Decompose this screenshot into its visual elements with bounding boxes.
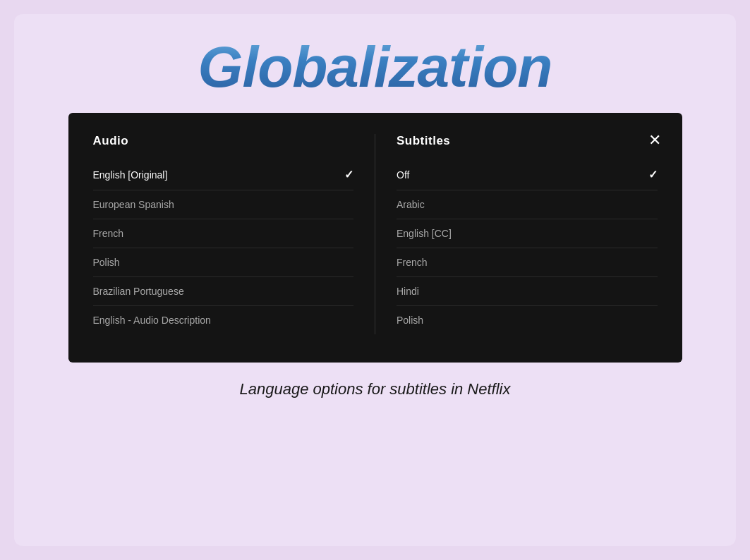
audio-item-brazilian-portuguese[interactable]: Brazilian Portuguese — [93, 277, 354, 306]
subtitle-item-french[interactable]: French — [397, 248, 658, 277]
page-wrapper: Globalization ✕ Audio English [Original]… — [14, 14, 736, 546]
audio-item-french[interactable]: French — [93, 219, 354, 248]
audio-label-french: French — [93, 228, 124, 239]
audio-label-english-original: English [Original] — [93, 169, 168, 181]
audio-item-english-audio-description[interactable]: English - Audio Description — [93, 306, 354, 334]
close-button[interactable]: ✕ — [648, 133, 661, 148]
subtitle-label-off: Off — [397, 169, 409, 181]
panel-columns: Audio English [Original] ✓ European Span… — [93, 134, 658, 334]
subtitle-label-polish: Polish — [397, 315, 423, 326]
netflix-panel: ✕ Audio English [Original] ✓ European Sp… — [68, 113, 682, 363]
subtitles-header: Subtitles — [397, 134, 658, 148]
subtitle-item-off[interactable]: Off ✓ — [397, 159, 658, 190]
audio-label-english-audio-description: English - Audio Description — [93, 315, 211, 326]
audio-item-english-original[interactable]: English [Original] ✓ — [93, 159, 354, 190]
page-title: Globalization — [198, 35, 552, 99]
audio-header: Audio — [93, 134, 354, 148]
subtitle-item-arabic[interactable]: Arabic — [397, 190, 658, 219]
audio-check-english-original: ✓ — [344, 168, 353, 181]
audio-label-polish: Polish — [93, 257, 120, 268]
subtitles-column: Subtitles Off ✓ Arabic English [CC] Fren… — [375, 134, 658, 334]
subtitle-item-hindi[interactable]: Hindi — [397, 277, 658, 306]
subtitle-item-polish[interactable]: Polish — [397, 306, 658, 334]
subtitle-check-off: ✓ — [648, 168, 658, 181]
audio-column: Audio English [Original] ✓ European Span… — [93, 134, 375, 334]
audio-label-brazilian-portuguese: Brazilian Portuguese — [93, 286, 184, 297]
subtitle-label-english-cc: English [CC] — [397, 228, 452, 239]
audio-item-polish[interactable]: Polish — [93, 248, 354, 277]
subtitle-item-english-cc[interactable]: English [CC] — [397, 219, 658, 248]
subtitle-label-hindi: Hindi — [397, 286, 419, 297]
caption-text: Language options for subtitles in Netfli… — [239, 380, 510, 398]
subtitle-label-french: French — [397, 257, 428, 268]
subtitle-label-arabic: Arabic — [397, 199, 425, 210]
audio-item-european-spanish[interactable]: European Spanish — [93, 190, 354, 219]
audio-label-european-spanish: European Spanish — [93, 199, 174, 210]
